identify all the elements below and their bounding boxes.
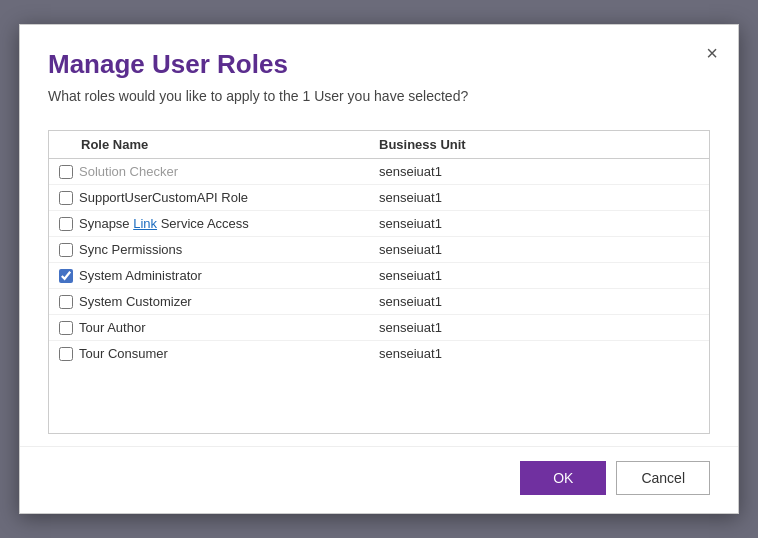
row-label-1: SupportUserCustomAPI Role <box>79 190 248 205</box>
checkbox-solution-checker[interactable] <box>59 165 73 179</box>
row-bu-5: senseiuat1 <box>379 294 699 309</box>
table-row: Tour Author senseiuat1 <box>49 315 709 341</box>
row-label-5: System Customizer <box>79 294 192 309</box>
table-row: System Customizer senseiuat1 <box>49 289 709 315</box>
manage-user-roles-dialog: Manage User Roles What roles would you l… <box>19 24 739 514</box>
row-name-partial: Solution Checker <box>59 164 379 179</box>
row-label-6: Tour Author <box>79 320 146 335</box>
checkbox-tour-consumer[interactable] <box>59 347 73 361</box>
checkbox-synapse-link-service-access[interactable] <box>59 217 73 231</box>
checkbox-support-user-custom-api[interactable] <box>59 191 73 205</box>
table-body: Solution Checker senseiuat1 SupportUserC… <box>49 159 709 366</box>
row-label-7: Tour Consumer <box>79 346 168 361</box>
dialog-title: Manage User Roles <box>48 49 710 80</box>
synapse-link[interactable]: Link <box>133 216 157 231</box>
row-bu-3: senseiuat1 <box>379 242 699 257</box>
row-name-2: Synapse Link Service Access <box>59 216 379 231</box>
close-button[interactable]: × <box>706 43 718 63</box>
row-label-4: System Administrator <box>79 268 202 283</box>
table-row: Synapse Link Service Access senseiuat1 <box>49 211 709 237</box>
col-header-role-name: Role Name <box>59 137 379 152</box>
row-label-partial: Solution Checker <box>79 164 178 179</box>
row-name-6: Tour Author <box>59 320 379 335</box>
table-row-checked: System Administrator senseiuat1 <box>49 263 709 289</box>
cancel-button[interactable]: Cancel <box>616 461 710 495</box>
row-name-4: System Administrator <box>59 268 379 283</box>
table-row-partial: Solution Checker senseiuat1 <box>49 159 709 185</box>
row-bu-2: senseiuat1 <box>379 216 699 231</box>
table-row: Sync Permissions senseiuat1 <box>49 237 709 263</box>
dialog-footer: OK Cancel <box>20 446 738 513</box>
row-bu-1: senseiuat1 <box>379 190 699 205</box>
row-name-7: Tour Consumer <box>59 346 379 361</box>
table-row: SupportUserCustomAPI Role senseiuat1 <box>49 185 709 211</box>
table-row: Tour Consumer senseiuat1 <box>49 341 709 366</box>
row-bu-6: senseiuat1 <box>379 320 699 335</box>
row-bu-partial: senseiuat1 <box>379 164 699 179</box>
row-bu-7: senseiuat1 <box>379 346 699 361</box>
checkbox-system-customizer[interactable] <box>59 295 73 309</box>
checkbox-system-administrator[interactable] <box>59 269 73 283</box>
roles-table: Role Name Business Unit Solution Checker… <box>48 130 710 434</box>
row-name-1: SupportUserCustomAPI Role <box>59 190 379 205</box>
row-label-2: Synapse Link Service Access <box>79 216 249 231</box>
ok-button[interactable]: OK <box>520 461 606 495</box>
row-name-3: Sync Permissions <box>59 242 379 257</box>
dialog-header: Manage User Roles What roles would you l… <box>20 25 738 114</box>
checkbox-sync-permissions[interactable] <box>59 243 73 257</box>
row-bu-4: senseiuat1 <box>379 268 699 283</box>
row-name-5: System Customizer <box>59 294 379 309</box>
row-label-3: Sync Permissions <box>79 242 182 257</box>
checkbox-tour-author[interactable] <box>59 321 73 335</box>
table-header: Role Name Business Unit <box>49 131 709 159</box>
col-header-business-unit: Business Unit <box>379 137 699 152</box>
dialog-subtitle: What roles would you like to apply to th… <box>48 88 710 104</box>
